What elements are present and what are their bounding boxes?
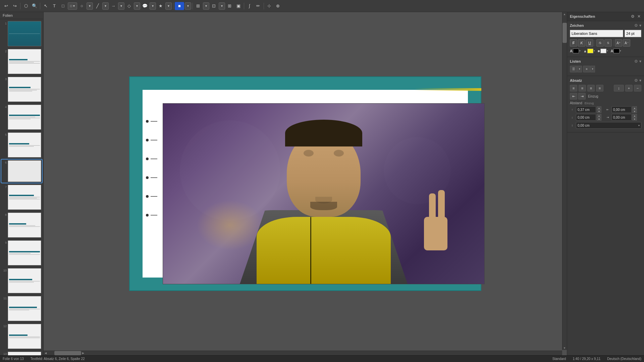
video-overlay[interactable]	[163, 103, 485, 284]
select-button[interactable]: ⬡	[22, 2, 30, 10]
einzug-after-down[interactable]: ▼	[632, 117, 637, 121]
slide-thumb-4[interactable]	[8, 105, 41, 130]
scroll-thumb-horizontal[interactable]	[54, 351, 81, 355]
font-color-arrow[interactable]: ▾	[579, 50, 581, 52]
scroll-down-arrow[interactable]: ▼	[562, 346, 567, 350]
slide-item-8[interactable]: 8	[1, 212, 42, 238]
arrow-dropdown[interactable]: ▾	[118, 2, 124, 10]
callout-button[interactable]: 💬	[141, 2, 149, 10]
canvas-scroll-horizontal[interactable]: ◀ ▶	[44, 351, 562, 355]
bg-color-swatch[interactable]	[600, 49, 606, 53]
zoom-button[interactable]: 🔍	[31, 2, 39, 10]
shadow-button[interactable]: S	[604, 39, 612, 47]
absatz-collapse-icon[interactable]: ▾	[639, 78, 641, 83]
slide-item-12[interactable]: 12	[1, 323, 42, 350]
scroll-right-arrow[interactable]: ▶	[81, 351, 85, 355]
cursor-button[interactable]: ↖	[42, 2, 50, 10]
ellipse-button[interactable]: ○	[78, 2, 86, 10]
special-button[interactable]: ✏	[254, 2, 262, 10]
slide-item-3[interactable]: 3	[1, 76, 42, 103]
properties-settings-icon[interactable]: ⚙	[630, 13, 635, 19]
table-button[interactable]: ⊞	[226, 2, 234, 10]
scroll-left-arrow[interactable]: ◀	[44, 351, 48, 355]
font-name-input[interactable]	[570, 30, 623, 37]
slide-thumb-11[interactable]	[8, 296, 41, 321]
scroll-up-arrow[interactable]: ▲	[562, 12, 567, 16]
einzug-before-up[interactable]: ▲	[632, 106, 637, 110]
zeichen-settings-icon[interactable]: ⚙	[634, 23, 638, 28]
flowchart-dropdown[interactable]: ▾	[134, 2, 140, 10]
einzug-after-up[interactable]: ▲	[632, 114, 637, 117]
points-button[interactable]: ⊹	[265, 2, 273, 10]
align-justify-button[interactable]: ≡	[596, 85, 603, 92]
add-paragraph-button[interactable]: +	[625, 85, 633, 92]
color-fill-dropdown[interactable]: ▾	[185, 2, 191, 10]
slide-thumb-2[interactable]	[8, 49, 41, 74]
unordered-list-dropdown[interactable]: ▾	[577, 66, 582, 72]
line-button[interactable]: ╱	[94, 2, 102, 10]
slide-item-7[interactable]: 7	[1, 184, 42, 210]
bold-button[interactable]: F	[570, 39, 577, 47]
slide-thumb-3[interactable]	[8, 77, 41, 102]
slide-item-11[interactable]: 11	[1, 295, 42, 322]
spacing-after-input[interactable]	[576, 114, 596, 121]
slide-thumb-9[interactable]	[8, 240, 41, 265]
zeichen-collapse-icon[interactable]: ▾	[639, 23, 641, 28]
underline-button[interactable]: U	[586, 39, 593, 47]
group-dropdown[interactable]: ▾	[203, 2, 209, 10]
flowchart-button[interactable]: ◇	[125, 2, 133, 10]
spacing-after-spinner[interactable]: ▲ ▼	[597, 114, 601, 121]
glue-button[interactable]: ⊕	[274, 2, 282, 10]
slide-item-1[interactable]: 1	[1, 20, 42, 47]
bg-color-picker[interactable]: ■ ▾	[598, 49, 608, 53]
spacing-after-up[interactable]: ▲	[597, 114, 601, 117]
increase-font-button[interactable]: A⁺	[615, 39, 622, 47]
slide-thumb-5[interactable]	[8, 132, 41, 158]
slide-thumb-8[interactable]	[8, 213, 41, 238]
einzug-before-down[interactable]: ▼	[632, 110, 637, 113]
ellipse-dropdown[interactable]: ▾	[87, 2, 93, 10]
slides-list[interactable]: 1 2	[0, 19, 43, 355]
slide-thumb-13[interactable]	[8, 352, 41, 355]
align-left-button[interactable]: ≡	[570, 85, 577, 92]
formula-button[interactable]: ∫	[246, 2, 254, 10]
font-color-picker[interactable]: A ▾	[570, 49, 581, 53]
slide-thumb-6[interactable]	[8, 160, 41, 182]
listen-settings-icon[interactable]: ⚙	[634, 59, 638, 64]
crop-button[interactable]: ⊡	[210, 2, 218, 10]
ordered-list-dropdown[interactable]: ▾	[590, 66, 595, 72]
align-center-button[interactable]: ≡	[579, 85, 586, 92]
text-color-arrow-2[interactable]: ▾	[620, 50, 621, 52]
strikethrough-button[interactable]: ·S·	[596, 39, 604, 47]
undo-button[interactable]: ↩	[2, 2, 10, 10]
remove-paragraph-button[interactable]: −	[634, 85, 641, 92]
highlight-color-swatch[interactable]	[587, 49, 593, 53]
highlight-color-arrow[interactable]: ▾	[594, 50, 595, 52]
slide-item-10[interactable]: 10	[1, 267, 42, 294]
font-color-swatch[interactable]	[573, 49, 579, 53]
rectangle-button[interactable]: □	[59, 2, 67, 10]
properties-close-button[interactable]: ✕	[637, 13, 641, 19]
object-dropdown[interactable]: ▾	[219, 2, 225, 10]
unordered-list-button[interactable]: ☰	[570, 66, 577, 72]
slide-thumb-12[interactable]	[8, 324, 41, 349]
absatz-settings-icon[interactable]: ⚙	[634, 78, 638, 83]
text-color-picker-2[interactable]: A ▾	[611, 49, 622, 53]
einzug-after-input[interactable]	[611, 114, 632, 121]
canvas-scroll-vertical[interactable]: ▲ ▼	[562, 12, 567, 350]
color-fill-button[interactable]: ■	[175, 2, 184, 10]
listen-collapse-icon[interactable]: ▾	[639, 59, 641, 64]
slide-item-9[interactable]: 9	[1, 240, 42, 266]
font-size-input[interactable]	[625, 30, 641, 37]
shapes-dropdown[interactable]: □ ▾	[68, 2, 77, 10]
slide-item-4[interactable]: 4	[1, 104, 42, 130]
frame-button[interactable]: ▣	[234, 2, 243, 10]
slide-item-2[interactable]: 2	[1, 48, 42, 75]
line-spacing-dropdown[interactable]: 0,00 cm ▾	[576, 122, 641, 129]
arrow-button[interactable]: →	[109, 2, 117, 10]
einzug-after-spinner[interactable]: ▲ ▼	[632, 114, 637, 121]
spacing-after-down[interactable]: ▼	[597, 117, 601, 121]
text-color-swatch-2[interactable]	[613, 49, 620, 53]
slide-thumb-1[interactable]	[8, 21, 41, 46]
line-spacing-button[interactable]: ↕	[614, 85, 624, 92]
